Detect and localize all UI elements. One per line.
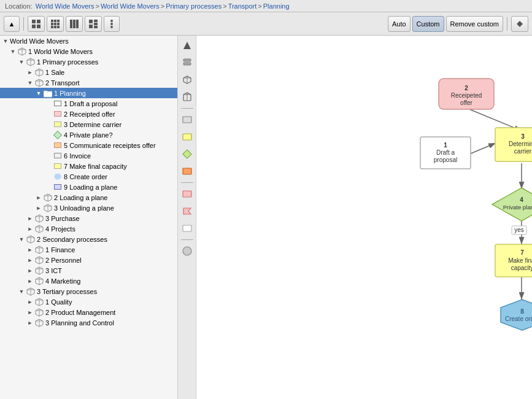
tree-root-label: World Wide Movers <box>10 37 69 45</box>
svg-marker-131 <box>501 300 532 330</box>
tree-item-ict[interactable]: ► 3 ICT <box>0 265 177 276</box>
shape-icon-invoice <box>53 151 63 161</box>
svg-rect-5 <box>54 20 56 22</box>
tree-item-pp[interactable]: ▼ 1 Primary processes <box>0 56 177 67</box>
tree-item-projects[interactable]: ► 4 Projects <box>0 223 177 234</box>
cube-icon-tp <box>26 287 36 296</box>
tree-label-purchase: 3 Purchase <box>45 215 80 222</box>
more-button[interactable] <box>511 16 528 32</box>
breadcrumb-transport[interactable]: Transport <box>228 2 257 10</box>
tree-label-marketing: 4 Marketing <box>45 277 80 285</box>
tree-item-draft[interactable]: 1 Draft a proposal <box>0 98 177 109</box>
svg-rect-78 <box>183 59 191 61</box>
breadcrumb-pp[interactable]: Primary processes <box>166 2 222 10</box>
canvas-panel: no yes 2 Receipeted offer 1 <box>178 36 532 399</box>
palette-layers[interactable] <box>180 55 195 70</box>
tree-item-finance[interactable]: ► 1 Finance <box>0 244 177 255</box>
tree-item-quality[interactable]: ► 1 Quality <box>0 296 177 307</box>
tree-item-wwm[interactable]: ▼ 1 World Wide Movers <box>0 46 177 56</box>
svg-rect-8 <box>54 23 56 25</box>
tree-item-prodmgmt[interactable]: ► 2 Product Management <box>0 307 177 317</box>
auto-button[interactable]: Auto <box>388 16 411 32</box>
tree-item-communicate[interactable]: 5 Communicate receiptes offer <box>0 140 177 150</box>
cube-icon-projects <box>34 224 44 234</box>
view-grid-button-2[interactable] <box>47 16 64 32</box>
svg-marker-24 <box>517 21 523 27</box>
tree-item-planning[interactable]: ▼ 1 Planning <box>0 88 177 98</box>
cube-icon-transport <box>34 78 44 88</box>
tree-item-receipted[interactable]: 2 Receipted offer <box>0 109 177 119</box>
cube-icon-sp <box>26 234 36 244</box>
svg-rect-79 <box>183 63 191 65</box>
shape-icon-private <box>53 130 63 140</box>
location-label: Location: <box>5 2 33 10</box>
tree-item-plancontrol[interactable]: ► 3 Planning and Control <box>0 317 177 328</box>
tree-label-ict: 3 ICT <box>45 267 62 274</box>
scroll-up-button[interactable]: ▲ <box>4 16 20 32</box>
view-grid-button-1[interactable] <box>28 16 45 32</box>
tree-item-purchase[interactable]: ► 3 Purchase <box>0 213 177 223</box>
svg-rect-9 <box>57 23 60 25</box>
tree-item-loading2[interactable]: ► 2 Loading a plane <box>0 192 177 203</box>
shape-icon-createorder <box>53 172 63 182</box>
tree-item-marketing[interactable]: ► 4 Marketing <box>0 276 177 286</box>
tree-item-personnel[interactable]: ► 2 Personnel <box>0 255 177 265</box>
tree-item-createorder[interactable]: 8 Create order <box>0 171 177 182</box>
main-layout: ▼ World Wide Movers ▼ 1 World Wide Mover… <box>0 36 532 399</box>
svg-text:8: 8 <box>520 308 524 315</box>
tree-item-determine[interactable]: 3 Determine carrier <box>0 119 177 130</box>
palette-rect-white[interactable] <box>180 221 195 236</box>
svg-rect-1 <box>37 20 40 23</box>
palette-arrow-up[interactable] <box>180 38 195 53</box>
tree-item-invoice[interactable]: 6 Invoice <box>0 150 177 161</box>
tree-item-sale[interactable]: ► 1 Sale <box>0 67 177 77</box>
svg-rect-11 <box>54 26 56 28</box>
cube-icon-loading2 <box>43 193 53 203</box>
breadcrumb-wwm2[interactable]: World Wide Movers <box>101 2 160 10</box>
shape-icon-draft <box>53 99 63 109</box>
svg-point-23 <box>110 26 113 28</box>
svg-text:Create order: Create order <box>505 316 532 322</box>
tree-label-determine: 3 Determine carrier <box>64 121 121 128</box>
remove-custom-button[interactable]: Remove custom <box>446 16 503 32</box>
svg-text:4: 4 <box>520 196 523 203</box>
palette-flag[interactable] <box>180 204 195 219</box>
shape-icon-makefinal <box>53 161 63 171</box>
breadcrumb-wwm1[interactable]: World Wide Movers <box>36 2 94 10</box>
tree-item-loadingplane[interactable]: 9 Loading a plane <box>0 182 177 192</box>
svg-text:2: 2 <box>465 85 468 91</box>
custom-button[interactable]: Custom <box>412 16 444 32</box>
tree-label-createorder: 8 Create order <box>64 173 107 180</box>
palette-box[interactable] <box>180 90 195 104</box>
tree-item-tp[interactable]: ▼ 3 Tertiary processes <box>0 286 177 296</box>
grid-icon-4 <box>89 20 98 28</box>
tree-label-draft: 1 Draft a proposal <box>64 100 117 107</box>
view-grid-button-4[interactable] <box>85 16 102 32</box>
tree-label-invoice: 6 Invoice <box>64 152 91 160</box>
palette-circle[interactable] <box>180 244 195 258</box>
palette-rect[interactable] <box>180 112 195 127</box>
tree-item-unloading[interactable]: ► 3 Unloading a plane <box>0 203 177 213</box>
tree-label-sp: 2 Secondary processes <box>37 236 107 243</box>
toolbar: ▲ <box>0 12 532 36</box>
canvas-area[interactable]: no yes 2 Receipeted offer 1 <box>196 36 532 399</box>
palette-rect-yellow[interactable] <box>180 130 195 144</box>
tree-item-transport[interactable]: ▼ 2 Transport <box>0 77 177 88</box>
cube-icon-quality <box>34 297 44 307</box>
palette-diamond[interactable] <box>180 147 195 161</box>
grid-icon-2 <box>51 20 60 28</box>
tree-item-makefinal[interactable]: 7 Make final capacity <box>0 161 177 171</box>
tree-panel: ▼ World Wide Movers ▼ 1 World Wide Mover… <box>0 36 178 399</box>
palette-rect-pink[interactable] <box>180 187 195 201</box>
tree-item-private[interactable]: 4 Private plane? <box>0 130 177 140</box>
svg-rect-7 <box>51 23 53 25</box>
palette-rect-orange[interactable] <box>180 164 195 179</box>
tree-label-plancontrol: 3 Planning and Control <box>45 319 114 327</box>
cube-icon-personnel <box>34 255 44 265</box>
breadcrumb-planning[interactable]: Planning <box>263 2 290 10</box>
tree-root[interactable]: ▼ World Wide Movers <box>0 36 177 46</box>
palette-cube[interactable] <box>180 72 195 87</box>
view-grid-button-3[interactable] <box>66 16 83 32</box>
view-dots-button[interactable] <box>104 16 120 32</box>
tree-item-sp[interactable]: ▼ 2 Secondary processes <box>0 234 177 244</box>
